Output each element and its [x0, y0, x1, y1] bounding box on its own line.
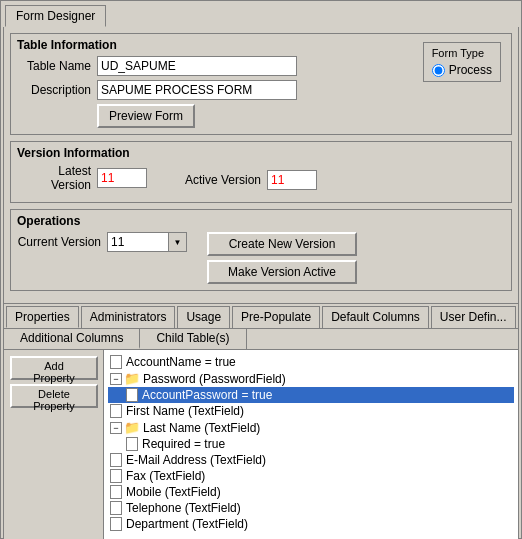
tree-item-label: First Name (TextField) — [126, 404, 244, 418]
version-row: Latest Version Active Version — [17, 164, 505, 196]
tree-item-label: Telephone (TextField) — [126, 501, 241, 515]
operations-section: Operations Current Version 11 ▼ Create N… — [10, 209, 512, 291]
operations-content: Current Version 11 ▼ Create New Version … — [17, 232, 505, 284]
main-window: Form Designer Table Information Form Typ… — [0, 0, 522, 539]
form-type-box: Form Type Process — [423, 42, 501, 82]
description-label: Description — [17, 83, 97, 97]
tree-item[interactable]: AccountPassword = true — [108, 387, 514, 403]
tab-properties[interactable]: Properties — [6, 306, 79, 328]
table-name-label: Table Name — [17, 59, 97, 73]
tab-usage-label: Usage — [186, 310, 221, 324]
ops-buttons: Create New Version Make Version Active — [207, 232, 357, 284]
tree-item[interactable]: AccountName = true — [108, 354, 514, 370]
tree-item[interactable]: Mobile (TextField) — [108, 484, 514, 500]
properties-content: Add Property Delete Property AccountName… — [4, 350, 518, 539]
latest-version-input[interactable] — [97, 168, 147, 188]
file-icon — [126, 388, 138, 402]
tree-item[interactable]: Department (TextField) — [108, 516, 514, 532]
active-version-label: Active Version — [167, 173, 267, 187]
tree-item-label: Fax (TextField) — [126, 469, 205, 483]
version-info-section: Version Information Latest Version Activ… — [10, 141, 512, 203]
lower-tabs-row: Properties Administrators Usage Pre-Popu… — [4, 304, 518, 329]
file-icon — [110, 404, 122, 418]
file-icon — [110, 517, 122, 531]
tree-item[interactable]: Fax (TextField) — [108, 468, 514, 484]
folder-icon: 📁 — [124, 371, 140, 386]
lower-section: Properties Administrators Usage Pre-Popu… — [3, 304, 519, 539]
tab-bar: Form Designer — [1, 1, 521, 27]
add-property-button[interactable]: Add Property — [10, 356, 98, 380]
tab-default-columns[interactable]: Default Columns — [322, 306, 429, 328]
latest-version-row: Latest Version — [17, 164, 147, 192]
tab-pre-populate-label: Pre-Populate — [241, 310, 311, 324]
tab-user-def-label: User Defin... — [440, 310, 507, 324]
active-version-row: Active Version — [167, 170, 317, 190]
tab-user-def[interactable]: User Defin... — [431, 306, 516, 328]
file-icon — [110, 469, 122, 483]
preview-form-button[interactable]: Preview Form — [97, 104, 195, 128]
preview-btn-row: Preview Form — [97, 104, 505, 128]
tree-item-label: Password (PasswordField) — [143, 372, 286, 386]
subtab-child-label: Child Table(s) — [156, 331, 229, 345]
file-icon — [110, 453, 122, 467]
current-version-label: Current Version — [17, 235, 107, 249]
form-type-box-label: Form Type — [432, 47, 492, 59]
form-type-radio[interactable] — [432, 64, 445, 77]
subtab-additional-label: Additional Columns — [20, 331, 123, 345]
file-icon — [126, 437, 138, 451]
active-version-input[interactable] — [267, 170, 317, 190]
tree-item-label: Last Name (TextField) — [143, 421, 260, 435]
collapse-icon[interactable]: − — [110, 373, 122, 385]
latest-version-label: Latest Version — [17, 164, 97, 192]
tree-item-label: Department (TextField) — [126, 517, 248, 531]
subtab-additional-columns[interactable]: Additional Columns — [4, 329, 140, 349]
file-icon — [110, 355, 122, 369]
tree-area[interactable]: AccountName = true−📁Password (PasswordFi… — [104, 350, 518, 539]
tab-administrators-label: Administrators — [90, 310, 167, 324]
version-info-label: Version Information — [17, 146, 505, 160]
tree-item-label: Mobile (TextField) — [126, 485, 221, 499]
description-row: Description — [17, 80, 505, 100]
tree-item-label: Required = true — [142, 437, 225, 451]
current-version-select[interactable]: 11 — [107, 232, 187, 252]
tree-item[interactable]: Required = true — [108, 436, 514, 452]
file-icon — [110, 501, 122, 515]
tab-default-columns-label: Default Columns — [331, 310, 420, 324]
description-input[interactable] — [97, 80, 297, 100]
operations-label: Operations — [17, 214, 505, 228]
tree-item[interactable]: Telephone (TextField) — [108, 500, 514, 516]
collapse-icon[interactable]: − — [110, 422, 122, 434]
tab-properties-label: Properties — [15, 310, 70, 324]
tree-item[interactable]: −📁Password (PasswordField) — [108, 370, 514, 387]
tree-item[interactable]: −📁Last Name (TextField) — [108, 419, 514, 436]
tab-administrators[interactable]: Administrators — [81, 306, 176, 328]
tree-item[interactable]: E-Mail Address (TextField) — [108, 452, 514, 468]
create-new-version-button[interactable]: Create New Version — [207, 232, 357, 256]
tree-item-label: AccountName = true — [126, 355, 236, 369]
tab-usage[interactable]: Usage — [177, 306, 230, 328]
tree-item[interactable]: First Name (TextField) — [108, 403, 514, 419]
subtab-child-tables[interactable]: Child Table(s) — [140, 329, 246, 349]
make-version-active-button[interactable]: Make Version Active — [207, 260, 357, 284]
subtabs-row: Additional Columns Child Table(s) — [4, 329, 518, 350]
delete-property-button[interactable]: Delete Property — [10, 384, 98, 408]
table-info-section: Table Information Form Type Process Tabl… — [10, 33, 512, 135]
table-name-input[interactable] — [97, 56, 297, 76]
form-type-radio-row: Process — [432, 63, 492, 77]
form-type-option-label: Process — [449, 63, 492, 77]
prop-buttons: Add Property Delete Property — [4, 350, 104, 539]
current-version-select-wrapper: 11 ▼ — [107, 232, 187, 252]
tab-pre-populate[interactable]: Pre-Populate — [232, 306, 320, 328]
main-content: Table Information Form Type Process Tabl… — [3, 27, 519, 304]
file-icon — [110, 485, 122, 499]
current-version-row: Current Version 11 ▼ — [17, 232, 187, 252]
folder-icon: 📁 — [124, 420, 140, 435]
tree-item-label: AccountPassword = true — [142, 388, 272, 402]
form-designer-tab-label: Form Designer — [16, 9, 95, 23]
tree-item-label: E-Mail Address (TextField) — [126, 453, 266, 467]
form-designer-tab[interactable]: Form Designer — [5, 5, 106, 27]
